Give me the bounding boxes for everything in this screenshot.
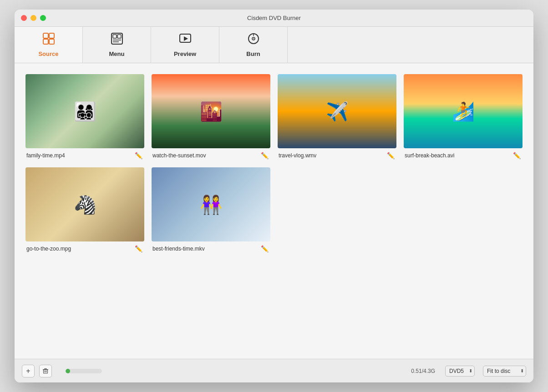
tab-source-label: Source xyxy=(38,50,58,57)
delete-button[interactable] xyxy=(39,365,52,377)
window-controls xyxy=(21,15,46,21)
svg-marker-10 xyxy=(184,36,188,41)
add-button[interactable]: + xyxy=(22,365,35,377)
tab-preview-label: Preview xyxy=(174,50,196,57)
video-item-3[interactable]: travel-vlog.wmv ✏️ xyxy=(278,74,396,160)
title-bar: Cisdem DVD Burner xyxy=(15,10,533,27)
video-meta-6: best-friends-time.mkv ✏️ xyxy=(152,244,270,253)
fit-select-wrapper: Fit to disc High quality Custom ⬍ xyxy=(483,366,526,377)
source-icon xyxy=(42,32,55,48)
video-item-4[interactable]: surf-break-beach.avi ✏️ xyxy=(404,74,523,160)
video-grid: family-time.mp4 ✏️ watch-the-sunset.mov … xyxy=(25,74,523,160)
tab-preview[interactable]: Preview xyxy=(151,27,219,63)
video-meta-2: watch-the-sunset.mov ✏️ xyxy=(152,151,270,160)
video-thumbnail-1 xyxy=(25,74,144,148)
tab-source[interactable]: Source xyxy=(15,27,83,63)
video-thumbnail-6 xyxy=(152,167,270,241)
toolbar: Source Menu Preview xyxy=(15,27,533,63)
progress-bar-background xyxy=(66,369,102,373)
video-name-5: go-to-the-zoo.mpg xyxy=(26,246,71,252)
video-name-3: travel-vlog.wmv xyxy=(279,152,316,159)
video-meta-5: go-to-the-zoo.mpg ✏️ xyxy=(25,244,144,253)
burn-icon xyxy=(247,32,260,48)
tab-menu-label: Menu xyxy=(109,50,125,57)
progress-bar-fill xyxy=(66,369,70,373)
svg-rect-5 xyxy=(113,35,117,38)
maximize-button[interactable] xyxy=(40,15,46,21)
video-item-5[interactable]: go-to-the-zoo.mpg ✏️ xyxy=(25,167,144,253)
disc-select-wrapper: DVD5 DVD9 ⬍ xyxy=(445,366,475,377)
svg-rect-3 xyxy=(49,39,54,44)
video-item-2[interactable]: watch-the-sunset.mov ✏️ xyxy=(152,74,270,160)
video-meta-4: surf-break-beach.avi ✏️ xyxy=(404,151,523,160)
video-meta-3: travel-vlog.wmv ✏️ xyxy=(278,151,396,160)
video-name-2: watch-the-sunset.mov xyxy=(152,152,206,159)
tab-burn[interactable]: Burn xyxy=(219,27,288,63)
video-meta-1: family-time.mp4 ✏️ xyxy=(25,151,144,160)
video-thumbnail-5 xyxy=(25,167,144,241)
svg-rect-2 xyxy=(43,39,48,44)
window-title: Cisdem DVD Burner xyxy=(247,15,301,21)
edit-icon-1[interactable]: ✏️ xyxy=(134,151,143,160)
svg-rect-16 xyxy=(44,368,47,369)
preview-icon xyxy=(179,32,192,48)
video-name-1: family-time.mp4 xyxy=(26,152,65,159)
svg-rect-1 xyxy=(49,33,54,38)
video-item-6[interactable]: best-friends-time.mkv ✏️ xyxy=(152,167,270,253)
svg-rect-6 xyxy=(117,35,121,38)
main-content: family-time.mp4 ✏️ watch-the-sunset.mov … xyxy=(15,63,533,359)
menu-icon xyxy=(111,32,123,48)
video-thumbnail-2 xyxy=(152,74,270,148)
edit-icon-4[interactable]: ✏️ xyxy=(512,151,522,160)
disc-select[interactable]: DVD5 DVD9 xyxy=(445,366,475,377)
video-thumbnail-3 xyxy=(278,74,396,148)
fit-select[interactable]: Fit to disc High quality Custom xyxy=(483,366,526,377)
bottom-bar: + 0.51/4.3G DVD5 DVD9 ⬍ xyxy=(15,359,533,382)
storage-label: 0.51/4.3G xyxy=(411,368,435,374)
progress-bar-container xyxy=(56,369,238,373)
video-name-6: best-friends-time.mkv xyxy=(152,246,205,252)
edit-icon-5[interactable]: ✏️ xyxy=(134,244,143,253)
video-thumbnail-4 xyxy=(404,74,523,148)
video-name-4: surf-break-beach.avi xyxy=(405,152,454,159)
main-window: Cisdem DVD Burner Source xyxy=(15,10,533,382)
edit-icon-3[interactable]: ✏️ xyxy=(386,151,396,160)
edit-icon-6[interactable]: ✏️ xyxy=(260,244,269,253)
tab-menu[interactable]: Menu xyxy=(83,27,151,63)
minimize-button[interactable] xyxy=(30,15,36,21)
svg-point-13 xyxy=(253,38,254,39)
svg-rect-0 xyxy=(43,33,48,38)
video-item-1[interactable]: family-time.mp4 ✏️ xyxy=(25,74,144,160)
edit-icon-2[interactable]: ✏️ xyxy=(260,151,269,160)
video-grid-row2: go-to-the-zoo.mpg ✏️ best-friends-time.m… xyxy=(25,167,523,253)
close-button[interactable] xyxy=(21,15,27,21)
tab-burn-label: Burn xyxy=(246,50,260,57)
